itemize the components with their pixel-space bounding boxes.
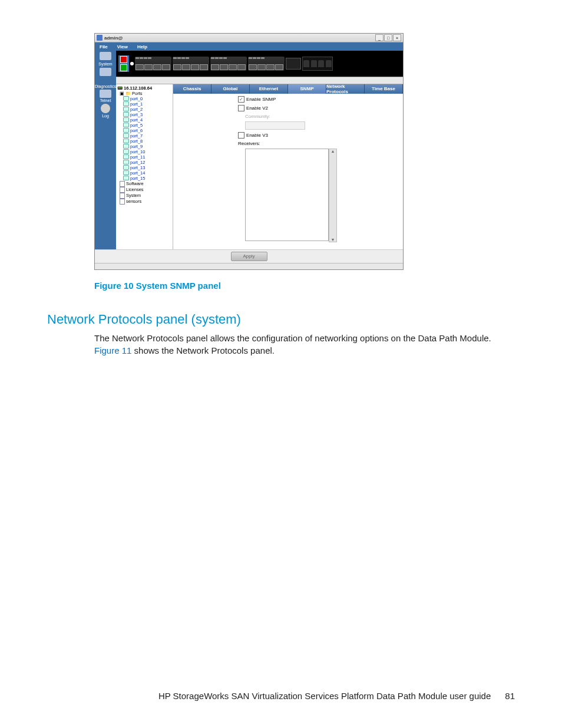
tree-port-10[interactable]: port_10 [117, 149, 171, 154]
sidebar-item-log[interactable]: Log [102, 114, 109, 118]
tab-global[interactable]: Global [211, 84, 250, 94]
minimize-button[interactable]: _ [375, 34, 384, 41]
tree-port-6[interactable]: port_6 [117, 128, 171, 133]
body-paragraph-1: The Network Protocols panel allows the c… [94, 332, 515, 345]
tree-software[interactable]: Software [117, 181, 171, 187]
community-label: Community: [245, 114, 337, 119]
tree-licenses[interactable]: Licenses [117, 187, 171, 193]
body-paragraph-2: Figure 11 shows the Network Protocols pa… [94, 344, 515, 357]
enable-v3-checkbox[interactable] [238, 132, 244, 139]
tree-port-5[interactable]: port_5 [117, 123, 171, 128]
figure-caption: Figure 10 System SNMP panel [94, 281, 515, 291]
footer-text: HP StorageWorks SAN Virtualization Servi… [158, 691, 491, 701]
tree-root-ip[interactable]: 📟 16.112.108.64 [117, 85, 171, 91]
tree-port-1[interactable]: port_1 [117, 101, 171, 107]
snmp-panel-body: ✓ Enable SNMP Enable V2 Community: Enabl… [173, 94, 403, 249]
menu-help[interactable]: Help [133, 44, 152, 50]
menu-bar: File View Help [95, 42, 403, 51]
port-bank-3 [210, 57, 247, 71]
community-input[interactable] [245, 121, 305, 130]
scroll-down-icon[interactable]: ▼ [331, 238, 335, 242]
receivers-listbox[interactable] [245, 149, 329, 241]
download-indicator-green [120, 64, 127, 71]
tree-system[interactable]: System [117, 193, 171, 199]
power-indicator-red [120, 56, 127, 63]
receivers-label: Receivers: [238, 141, 337, 146]
tree-port-13[interactable]: port_13 [117, 165, 171, 170]
tree-port-7[interactable]: port_7 [117, 133, 171, 139]
tree-port-0[interactable]: port_0 [117, 96, 171, 101]
bottom-scrollbar[interactable] [95, 263, 403, 269]
page-footer: HP StorageWorks SAN Virtualization Servi… [158, 691, 515, 701]
tree-port-8[interactable]: port_8 [117, 139, 171, 144]
tab-snmp[interactable]: SNMP [288, 84, 326, 94]
diagnostics-icon[interactable] [100, 90, 111, 98]
figure-11-link[interactable]: Figure 11 [94, 345, 131, 355]
port-bank-2 [173, 57, 209, 71]
tree-port-14[interactable]: port_14 [117, 170, 171, 176]
port-bank-1 [135, 57, 171, 71]
mgmt-port-icon [286, 58, 301, 70]
tree-port-3[interactable]: port_3 [117, 112, 171, 117]
power-module [118, 55, 129, 72]
scroll-up-icon[interactable]: ▲ [331, 149, 335, 153]
maximize-button[interactable]: □ [384, 34, 392, 41]
sidebar-item-telnet[interactable]: Telnet [100, 98, 111, 103]
enable-v3-label: Enable V3 [246, 133, 268, 138]
chassis-icon[interactable] [100, 52, 111, 60]
left-nav: Diagnostics Telnet Log [95, 84, 116, 249]
led-icon [130, 62, 134, 65]
tree-panel: 📟 16.112.108.64 ▣ 📁 Ports port_0 port_1 … [116, 84, 173, 249]
tab-chassis[interactable]: Chassis [173, 84, 211, 94]
close-button[interactable]: × [393, 34, 401, 41]
page-number: 81 [505, 691, 515, 701]
tree-port-2[interactable]: port_2 [117, 107, 171, 112]
receivers-scrollbar[interactable]: ▲ ▼ [329, 149, 337, 242]
center-panel: Chassis Global Ethernet SNMP Network Pro… [173, 84, 403, 249]
section-heading: Network Protocols panel (system) [47, 312, 515, 327]
tree-port-11[interactable]: port_11 [117, 154, 171, 160]
tree-port-9[interactable]: port_9 [117, 144, 171, 149]
system-icon[interactable] [100, 68, 111, 76]
fan-module [302, 57, 333, 71]
app-window: admin@ _ □ × File View Help System [94, 33, 404, 270]
telnet-icon[interactable] [101, 104, 110, 113]
tab-ethernet[interactable]: Ethernet [250, 84, 288, 94]
window-titlebar: admin@ _ □ × [95, 34, 403, 42]
tree-port-12[interactable]: port_12 [117, 160, 171, 165]
sidebar-item-diagnostics[interactable]: Diagnostics [95, 84, 116, 88]
tree-sensors[interactable]: sensors [117, 199, 171, 205]
tree-folder-ports[interactable]: ▣ 📁 Ports [117, 91, 171, 96]
tree-port-4[interactable]: port_4 [117, 117, 171, 123]
apply-button[interactable]: Apply [231, 252, 267, 261]
enable-snmp-label: Enable SNMP [246, 97, 276, 102]
enable-v2-label: Enable V2 [246, 106, 268, 111]
chassis-diagram [116, 51, 403, 77]
port-bank-4 [248, 57, 285, 71]
tree-port-15[interactable]: port_15 [117, 176, 171, 181]
window-title: admin@ [104, 35, 123, 41]
tab-strip: Chassis Global Ethernet SNMP Network Pro… [173, 84, 403, 94]
app-icon [97, 35, 103, 41]
tab-time-base[interactable]: Time Base [365, 84, 403, 94]
menu-view[interactable]: View [113, 44, 133, 50]
enable-v2-checkbox[interactable] [238, 105, 244, 111]
sidebar-item-system[interactable]: System [98, 62, 112, 67]
apply-row: Apply [95, 249, 403, 263]
menu-file[interactable]: File [95, 44, 113, 50]
enable-snmp-checkbox[interactable]: ✓ [238, 96, 244, 103]
left-icon-column-top: System [95, 51, 116, 77]
tab-network-protocols[interactable]: Network Protocols [326, 84, 365, 94]
